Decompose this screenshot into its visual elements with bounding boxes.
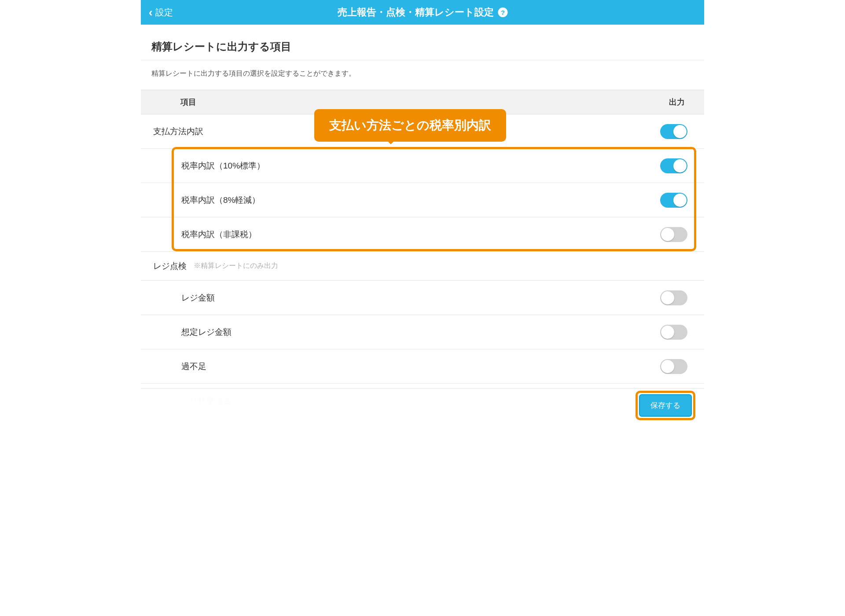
toggle-payment-breakdown[interactable] xyxy=(660,124,687,139)
toggle-difference[interactable] xyxy=(660,359,687,374)
row-label: 税率内訳（10%標準） xyxy=(181,160,265,172)
toggle-expected-amount[interactable] xyxy=(660,325,687,340)
row-note: ※精算レシートにのみ出力 xyxy=(194,261,278,271)
row-register-check-heading: レジ点検 ※精算レシートにのみ出力 xyxy=(141,252,704,281)
chevron-left-icon: ‹ xyxy=(149,7,153,18)
toggle-tax-exempt[interactable] xyxy=(660,227,687,242)
row-label: 過不足 xyxy=(181,361,206,372)
row-label: 想定レジ金額 xyxy=(181,326,231,338)
page-title: 売上報告・点検・精算レシート設定 ? xyxy=(338,6,508,19)
back-button[interactable]: ‹ 設定 xyxy=(141,7,173,18)
row-label: レジ点検 xyxy=(153,260,187,272)
row-label: レジ金額 xyxy=(181,292,215,304)
row-expected-amount: 想定レジ金額 xyxy=(141,315,704,349)
toggle-tax-10[interactable] xyxy=(660,158,687,173)
row-label: 支払方法内訳 xyxy=(153,126,203,137)
section-description: 精算レシートに出力する項目の選択を設定することができます。 xyxy=(141,60,704,90)
annotation-callout: 支払い方法ごとの税率別内訳 xyxy=(314,109,506,142)
row-register-amount: レジ金額 xyxy=(141,281,704,315)
row-tax-8: 税率内訳（8%軽減） xyxy=(141,183,704,217)
section-heading: 精算レシートに出力する項目 xyxy=(141,25,704,60)
app-header: ‹ 設定 売上報告・点検・精算レシート設定 ? xyxy=(141,0,704,25)
row-label: 税率内訳（非課税） xyxy=(181,229,257,240)
row-tax-exempt: 税率内訳（非課税） xyxy=(141,217,704,252)
save-button[interactable]: 保存する xyxy=(639,394,692,417)
help-icon[interactable]: ? xyxy=(498,7,508,17)
back-label: 設定 xyxy=(155,7,173,18)
row-difference: 過不足 xyxy=(141,349,704,384)
row-label: 税率内訳（8%軽減） xyxy=(181,194,260,206)
col-item-header: 項目 xyxy=(141,97,196,107)
footer-bar: 保存する xyxy=(141,388,704,422)
toggle-tax-8[interactable] xyxy=(660,193,687,208)
annotation-save-highlight: 保存する xyxy=(636,391,695,420)
col-output-header: 出力 xyxy=(669,97,704,107)
toggle-register-amount[interactable] xyxy=(660,290,687,305)
row-tax-10: 税率内訳（10%標準） xyxy=(141,149,704,183)
page-title-text: 売上報告・点検・精算レシート設定 xyxy=(338,6,494,19)
